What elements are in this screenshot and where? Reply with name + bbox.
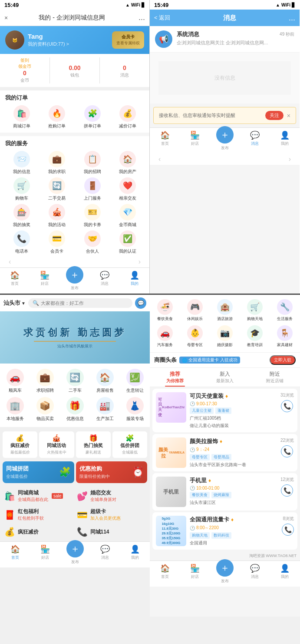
- phone-call[interactable]: 📞: [281, 484, 293, 497]
- feature-mall[interactable]: 🛍️ 同城商城 全城商品都在此 sale: [3, 487, 75, 505]
- city-selector[interactable]: 汕头市 ▼: [3, 299, 26, 307]
- publish-button-r[interactable]: ＋: [216, 126, 234, 143]
- notify-follow-button[interactable]: 关注: [265, 111, 284, 120]
- vip-card[interactable]: 会员卡 查看专属特权: [112, 31, 144, 49]
- feature-114[interactable]: 📞 同城114: [75, 524, 148, 540]
- order-discount[interactable]: 💰 减价订单: [112, 105, 145, 129]
- store-card-yanmeila[interactable]: 颜美拉YANMEILA 颜美拉服饰 ♦ 🕐 9：-24 母婴专区 母婴用品 汕头…: [152, 434, 297, 471]
- flash-buy-card[interactable]: 优惠抢购 限量特价抢购中 ⏰: [76, 461, 148, 483]
- home-usedcar[interactable]: 🔄 二手车: [60, 367, 90, 395]
- service-lottery[interactable]: 🎰 我的抽奖: [5, 204, 38, 228]
- stat-msg[interactable]: 0 消息: [100, 57, 149, 83]
- promo-lottery[interactable]: 🎁 热门抽奖 豪礼相送: [76, 431, 111, 458]
- home-jobs[interactable]: 💼 求职招聘: [30, 367, 60, 395]
- home-manufacture[interactable]: 🏭 生产加工: [90, 395, 120, 424]
- service-cart[interactable]: 🛒 购物车: [5, 177, 38, 201]
- nav-messages[interactable]: 💬 消息: [89, 270, 119, 292]
- biz-nav-shops[interactable]: 🏪 好店: [180, 563, 210, 585]
- cat-edu[interactable]: 🎓 教育培训: [240, 324, 270, 350]
- service-job[interactable]: 💼 我的求职: [41, 151, 74, 175]
- feature-redpacket[interactable]: 🧧 红包福利 红包抢到手软: [3, 505, 75, 524]
- cat-auto[interactable]: 🚗 汽车服务: [150, 324, 180, 350]
- service-coupon[interactable]: 🎫 我的卡券: [76, 204, 109, 228]
- home-transfer[interactable]: 💹 生意转让: [120, 367, 150, 395]
- nav-home[interactable]: 🏠 首页: [0, 270, 30, 292]
- cat-furniture[interactable]: 🪑 家具建材: [270, 324, 300, 350]
- service-partner[interactable]: 🤝 合伙人: [76, 230, 109, 254]
- service-goldmall[interactable]: 💎 金币商城: [112, 204, 145, 228]
- profile-uid[interactable]: 我的资料(UID:77) >: [28, 41, 69, 47]
- next-arrow-r[interactable]: ›: [289, 155, 291, 163]
- bekebe-call[interactable]: 📞: [281, 400, 293, 412]
- notify-close-button[interactable]: ×: [287, 112, 290, 119]
- more-button-left[interactable]: ...: [138, 13, 145, 22]
- promo-activity[interactable]: 🎪 同城活动 火热报名中: [39, 431, 74, 458]
- biz-nav-profile[interactable]: 👤 我的: [270, 563, 300, 585]
- home-nav-profile[interactable]: 👤 我的: [120, 544, 150, 566]
- nav-shops-r[interactable]: 🏪 好店: [180, 130, 210, 152]
- service-info[interactable]: 📨 我的信息: [5, 151, 38, 175]
- home-publish-button[interactable]: ＋: [66, 540, 84, 557]
- promo-flash-sale[interactable]: 💰 疯狂减价 最低最低价: [3, 431, 37, 458]
- prev-arrow-r[interactable]: ‹: [158, 155, 161, 163]
- stat-wallet[interactable]: 0.00 钱包: [50, 57, 100, 83]
- store-card-bekebe[interactable]: 可贝天使KoBeiTianZhi 可贝天使童装 ♦ 🕐 9:00-17:30 儿…: [152, 389, 297, 432]
- close-button[interactable]: ×: [4, 14, 8, 21]
- yanmeila-call[interactable]: 📞: [281, 445, 293, 457]
- nav-home-r[interactable]: 🏠 首页: [150, 130, 180, 152]
- flow-call[interactable]: 📞: [282, 524, 294, 536]
- biz-publish-button[interactable]: ＋: [216, 559, 234, 577]
- home-localservice[interactable]: 🏢 本地服务: [0, 395, 30, 424]
- promo-group-buy[interactable]: 🧩 低价拼团 全城最低: [112, 431, 147, 458]
- service-verify[interactable]: ✅ 我的认证: [112, 230, 145, 254]
- order-flash[interactable]: 🔥 抢购订单: [41, 105, 74, 129]
- group-buy-card[interactable]: 同城拼团 全城最低价 🧩: [3, 461, 74, 483]
- home-fashion[interactable]: 👗 服装专场: [120, 395, 150, 424]
- chat-button[interactable]: 💬: [135, 297, 146, 309]
- store-card-phone[interactable]: 手机里 手机里 ♦ 🕐 10:00-01:00 餐饮美食 烧烤麻辣 汕头市濠江区: [152, 473, 297, 511]
- order-group[interactable]: 🧩 拼单订单: [76, 105, 109, 129]
- search-input[interactable]: [41, 300, 128, 306]
- service-dating[interactable]: ❤️ 相亲交友: [112, 177, 145, 201]
- home-nav-publish[interactable]: ＋ 发布: [60, 544, 90, 566]
- feature-discount[interactable]: 💰 疯狂减价: [3, 524, 75, 540]
- avatar[interactable]: 🐱: [5, 30, 24, 50]
- cat-wedding[interactable]: 📷 婚庆摄影: [210, 324, 240, 350]
- store-card-flow[interactable]: 5g3G16g10G11.8元30G29.9元100G35.9元150G49.9…: [152, 512, 297, 550]
- home-rideshare[interactable]: 🚗 顺风车: [0, 367, 30, 395]
- tab-new[interactable]: 新入 最新加入: [200, 368, 250, 387]
- service-doorstep[interactable]: 🚪 上门服务: [76, 177, 109, 201]
- tab-nearby[interactable]: 附近 附近店铺: [250, 368, 300, 387]
- biz-enter-button[interactable]: 立即入驻: [270, 355, 296, 365]
- cat-baby[interactable]: 👶 母婴专区: [180, 324, 210, 350]
- stat-gold[interactable]: 签到领金币 0 金币: [0, 57, 50, 83]
- biz-nav-publish[interactable]: ＋ 发布: [210, 563, 240, 585]
- system-message-item[interactable]: 📢 系统消息 49 秒前 企浏浏同城信息网关注 企浏浏同城信息网...: [150, 26, 300, 53]
- back-button[interactable]: < 返回: [154, 14, 170, 22]
- home-deals[interactable]: 🎁 优惠信息: [60, 395, 90, 424]
- feature-dating[interactable]: 💕 婚恋交友 全城单身派对: [75, 487, 148, 505]
- home-trade[interactable]: 📦 物品买卖: [30, 395, 60, 424]
- home-nav-home[interactable]: 🏠 首页: [0, 544, 30, 566]
- cat-hotel[interactable]: 🏨 酒店旅游: [210, 297, 240, 324]
- feature-supercard[interactable]: 💳 超级卡 加入会员更优惠: [75, 505, 148, 524]
- nav-publish[interactable]: ＋ 发布: [60, 270, 90, 292]
- biz-nav-home[interactable]: 🏠 首页: [150, 563, 180, 585]
- service-secondhand[interactable]: 🔄 二手交易: [41, 177, 74, 201]
- nav-publish-r[interactable]: ＋ 发布: [210, 130, 240, 152]
- cat-shopping[interactable]: 🛒 购物天地: [240, 297, 270, 324]
- service-vipcard[interactable]: 💳 会员卡: [41, 230, 74, 254]
- search-bar[interactable]: 🔍: [28, 298, 132, 308]
- tab-recommend[interactable]: 推荐 为你推荐: [150, 368, 200, 387]
- service-phonebook[interactable]: 📞 电话本: [5, 230, 38, 254]
- biz-nav-messages[interactable]: 💬 消息: [240, 563, 270, 585]
- cat-living[interactable]: 🔧 生活服务: [270, 297, 300, 324]
- cat-food[interactable]: 🍜 餐饮美食: [150, 297, 180, 324]
- nav-shops[interactable]: 🏪 好店: [30, 270, 60, 292]
- cat-entertainment[interactable]: 🎮 休闲娱乐: [180, 297, 210, 324]
- publish-button[interactable]: ＋: [66, 266, 83, 284]
- prev-arrow[interactable]: ‹: [9, 258, 11, 266]
- msg-more-button[interactable]: ...: [289, 13, 295, 23]
- home-nav-shops[interactable]: 🏪 好店: [30, 544, 60, 566]
- nav-messages-r[interactable]: 💬 消息: [240, 130, 270, 152]
